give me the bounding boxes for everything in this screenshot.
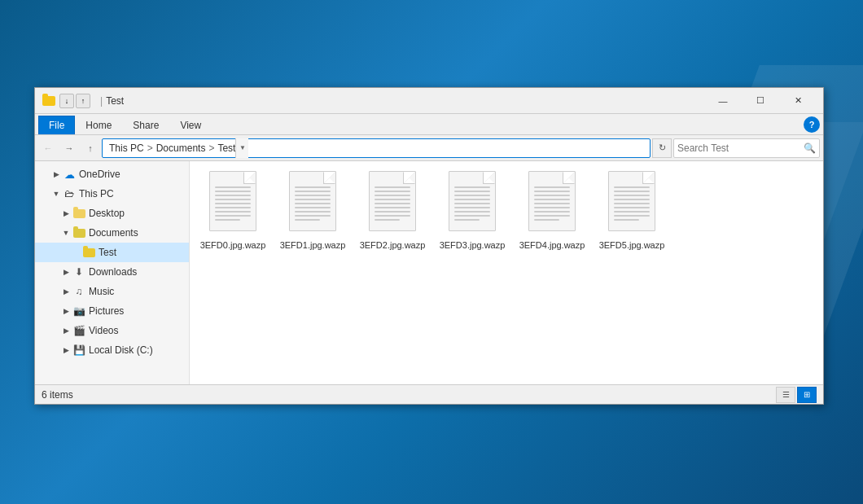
file-name-file3: 3EFD3.jpg.wazp xyxy=(440,239,506,251)
tab-share[interactable]: Share xyxy=(122,116,169,134)
main-area: ▶ ☁ OneDrive ▼ 🗁 This PC ▶ Desktop ▼ Doc… xyxy=(35,161,823,384)
expand-arrow-pictures: ▶ xyxy=(61,306,71,316)
large-icons-view-button[interactable]: ⊞ xyxy=(797,387,817,403)
breadcrumb-this-pc[interactable]: This PC xyxy=(109,142,144,154)
expand-arrow-videos: ▶ xyxy=(61,326,71,335)
maximize-button[interactable]: ☐ xyxy=(742,88,779,114)
minimize-button[interactable]: — xyxy=(704,88,742,114)
up-button[interactable]: ↑ xyxy=(81,138,100,158)
desktop-folder-icon xyxy=(72,207,85,220)
test-folder-icon xyxy=(82,246,95,259)
sidebar-item-desktop[interactable]: ▶ Desktop xyxy=(35,204,189,223)
sidebar-item-videos[interactable]: ▶ 🎬 Videos xyxy=(35,321,189,340)
sidebar-item-music[interactable]: ▶ ♫ Music xyxy=(35,282,189,301)
sidebar-item-test[interactable]: Test xyxy=(35,243,189,262)
file-name-file5: 3EFD5.jpg.wazp xyxy=(599,239,665,251)
file-name-file1: 3EFD1.jpg.wazp xyxy=(280,239,346,251)
title-bar: ↓ ↑ | Test — ☐ ✕ xyxy=(35,88,823,114)
sidebar-label-test: Test xyxy=(99,247,116,258)
sidebar-label-local-disk: Local Disk (C:) xyxy=(89,344,153,356)
details-view-button[interactable]: ☰ xyxy=(776,387,795,403)
expand-arrow-downloads: ▶ xyxy=(61,267,71,277)
sidebar-label-videos: Videos xyxy=(89,325,118,336)
quick-btn-2[interactable]: ↑ xyxy=(76,94,90,108)
sidebar-item-this-pc[interactable]: ▼ 🗁 This PC xyxy=(35,184,189,204)
refresh-button[interactable]: ↻ xyxy=(652,138,672,158)
ribbon: File Home Share View ? xyxy=(35,114,823,135)
onedrive-icon: ☁ xyxy=(63,168,76,181)
breadcrumb-documents[interactable]: Documents xyxy=(156,142,206,154)
expand-arrow-documents: ▼ xyxy=(61,228,71,238)
expand-arrow-this-pc: ▼ xyxy=(51,189,61,199)
search-icon[interactable]: 🔍 xyxy=(804,142,816,154)
expand-arrow-local-disk: ▶ xyxy=(61,345,71,355)
file-icon-file2 xyxy=(366,171,418,236)
expand-arrow-test xyxy=(71,248,81,257)
sidebar-item-downloads[interactable]: ▶ ⬇ Downloads xyxy=(35,262,189,282)
view-buttons: ☰ ⊞ xyxy=(776,387,817,403)
sidebar-item-pictures[interactable]: ▶ 📷 Pictures xyxy=(35,301,189,321)
sidebar-item-documents[interactable]: ▼ Documents xyxy=(35,223,189,243)
breadcrumb-test[interactable]: Test xyxy=(217,142,235,154)
tab-home[interactable]: Home xyxy=(75,116,122,134)
sidebar-label-documents: Documents xyxy=(89,227,138,239)
address-dropdown[interactable]: ▼ xyxy=(235,138,248,158)
quick-access-toolbar: ↓ ↑ xyxy=(59,94,90,108)
window-controls: — ☐ ✕ xyxy=(704,88,817,114)
file-item-file5[interactable]: 3EFD5.jpg.wazp xyxy=(595,168,668,254)
sidebar-label-this-pc: This PC xyxy=(79,188,114,199)
close-button[interactable]: ✕ xyxy=(779,88,817,114)
documents-folder-icon xyxy=(72,226,85,239)
file-item-file3[interactable]: 3EFD3.jpg.wazp xyxy=(436,168,509,254)
quick-btn-1[interactable]: ↓ xyxy=(59,94,74,108)
tab-view[interactable]: View xyxy=(169,116,212,134)
ribbon-tab-bar: File Home Share View ? xyxy=(35,114,823,135)
videos-icon: 🎬 xyxy=(72,324,85,337)
sidebar: ▶ ☁ OneDrive ▼ 🗁 This PC ▶ Desktop ▼ Doc… xyxy=(35,161,190,384)
window-title: Test xyxy=(106,95,704,107)
file-item-file2[interactable]: 3EFD2.jpg.wazp xyxy=(356,168,429,254)
downloads-icon: ⬇ xyxy=(72,265,85,278)
pc-icon: 🗁 xyxy=(63,187,76,200)
file-icon-file4 xyxy=(526,171,578,236)
file-item-file4[interactable]: 3EFD4.jpg.wazp xyxy=(515,168,589,254)
forward-button[interactable]: → xyxy=(59,138,79,158)
file-icon-file1 xyxy=(287,171,339,236)
search-input[interactable] xyxy=(677,142,804,154)
tab-file[interactable]: File xyxy=(38,116,75,134)
explorer-window: ↓ ↑ | Test — ☐ ✕ File Home Share View ? … xyxy=(34,87,824,405)
file-icon-file3 xyxy=(446,171,498,236)
expand-arrow-desktop: ▶ xyxy=(61,208,71,218)
file-item-file0[interactable]: 3EFD0.jpg.wazp xyxy=(196,168,269,254)
file-area: 3EFD0.jpg.wazp3EFD1.jpg.wazp3EFD2.jpg.wa… xyxy=(190,161,823,384)
file-name-file0: 3EFD0.jpg.wazp xyxy=(200,239,266,251)
expand-arrow-onedrive: ▶ xyxy=(51,169,61,179)
help-button[interactable]: ? xyxy=(804,116,820,133)
sidebar-label-onedrive: OneDrive xyxy=(79,169,120,180)
file-name-file2: 3EFD2.jpg.wazp xyxy=(360,239,426,251)
breadcrumb-sep-2: > xyxy=(208,142,214,154)
expand-arrow-music: ▶ xyxy=(61,287,71,296)
music-icon: ♫ xyxy=(72,285,85,298)
sidebar-item-onedrive[interactable]: ▶ ☁ OneDrive xyxy=(35,164,189,184)
title-separator: | xyxy=(100,95,103,107)
file-item-file1[interactable]: 3EFD1.jpg.wazp xyxy=(276,168,349,254)
search-box[interactable]: 🔍 xyxy=(673,138,820,158)
back-button[interactable]: ← xyxy=(38,138,58,158)
file-icon-file0 xyxy=(207,171,259,236)
status-item-count: 6 items xyxy=(42,389,776,401)
status-bar: 6 items ☰ ⊞ xyxy=(35,384,823,404)
breadcrumb-sep-1: > xyxy=(147,142,153,154)
address-bar: ← → ↑ This PC > Documents > Test ▼ ↻ 🔍 xyxy=(35,135,823,161)
sidebar-label-pictures: Pictures xyxy=(89,305,124,317)
sidebar-label-downloads: Downloads xyxy=(89,266,137,278)
file-name-file4: 3EFD4.jpg.wazp xyxy=(519,239,585,251)
file-icon-file5 xyxy=(606,171,658,236)
sidebar-item-local-disk[interactable]: ▶ 💾 Local Disk (C:) xyxy=(35,340,189,360)
disk-icon: 💾 xyxy=(72,344,85,357)
address-input[interactable]: This PC > Documents > Test ▼ xyxy=(102,138,651,158)
sidebar-label-desktop: Desktop xyxy=(89,208,125,219)
sidebar-label-music: Music xyxy=(89,286,114,297)
pictures-icon: 📷 xyxy=(72,305,85,318)
window-icon xyxy=(42,94,56,108)
